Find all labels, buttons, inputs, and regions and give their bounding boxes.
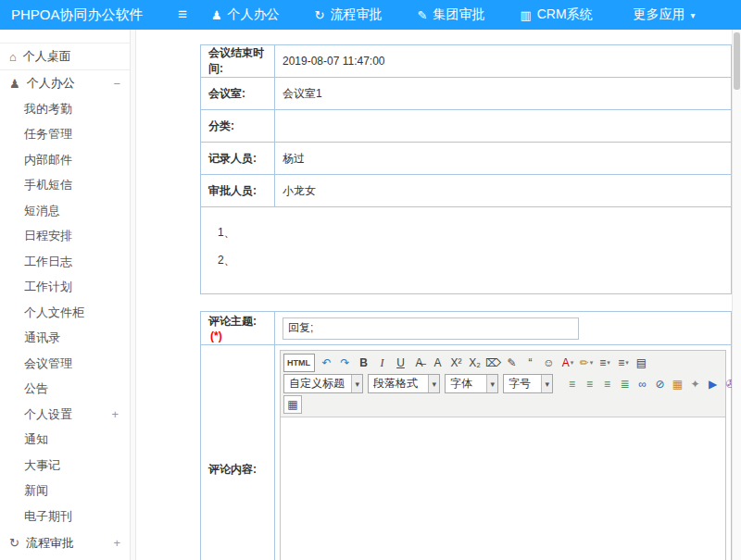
meeting-detail-table: 会议结束时间: 2019-08-07 11:47:00 会议室: 会议室1 分类… xyxy=(200,44,732,294)
sidebar-item[interactable]: 通知 xyxy=(0,428,130,454)
link-icon[interactable]: ∞ xyxy=(634,375,651,393)
sidebar-item[interactable]: 个人设置 + xyxy=(0,402,130,428)
flash-icon[interactable]: ✦ xyxy=(686,375,704,393)
align-justify-icon[interactable]: ≣ xyxy=(616,375,634,393)
field-label: 会议室: xyxy=(201,78,275,110)
heading-select[interactable]: 自定义标题▾ xyxy=(283,374,363,393)
font-family-select[interactable]: 字体▾ xyxy=(445,374,498,393)
meeting-content-cell: 1、 2、 xyxy=(201,207,732,294)
caret-down-icon: ▾ xyxy=(691,10,696,20)
sidebar-item-personal-office[interactable]: ♟ 个人办公 − xyxy=(0,70,130,96)
comment-subject-row: 评论主题:(*) xyxy=(201,312,732,345)
sidebar-item[interactable]: 工作日志 xyxy=(0,249,130,275)
sidebar-item[interactable]: 公告 xyxy=(0,377,130,403)
unordered-list-icon[interactable]: ≡▾ xyxy=(614,354,633,372)
caret-down-icon: ▾ xyxy=(351,375,362,392)
sidebar-item[interactable]: 短消息 xyxy=(0,198,130,224)
paragraph-format-select[interactable]: 段落格式▾ xyxy=(368,374,440,393)
sidebar-item-workflow-approval[interactable]: ↻ 流程审批 + xyxy=(0,529,130,557)
font-style-icon[interactable]: A xyxy=(429,354,447,372)
required-mark: (*) xyxy=(210,330,222,342)
comment-form: 评论主题:(*) 评论内容: xyxy=(200,311,732,560)
sidebar-item[interactable]: 大事记 xyxy=(0,453,130,479)
sidebar-item[interactable]: 会议管理 xyxy=(0,351,130,377)
sidebar-item[interactable]: 我的考勤 xyxy=(0,96,130,122)
html-source-button[interactable]: HTML xyxy=(283,354,315,372)
sidebar-divider xyxy=(130,30,136,560)
ordered-list-icon[interactable]: ≡▾ xyxy=(596,354,614,372)
highlight-color-icon[interactable]: ✏▾ xyxy=(577,354,596,372)
comment-content-label: 评论内容: xyxy=(201,345,275,560)
redo-icon[interactable]: ↷ xyxy=(336,354,355,372)
rich-text-editor: HTML ↶ ↷ xyxy=(280,350,726,560)
collapse-toggle[interactable]: − xyxy=(113,77,120,91)
comment-subject-label: 评论主题:(*) xyxy=(201,312,275,345)
align-left-icon[interactable]: ≡ xyxy=(563,375,581,393)
sidebar-item[interactable]: 日程安排 xyxy=(0,224,130,250)
topbar-nav-item[interactable]: ↻ 流程审批 xyxy=(315,6,388,23)
image-icon[interactable]: ▦ xyxy=(669,375,686,393)
editor-toolbar: HTML ↶ ↷ xyxy=(281,351,725,417)
form-row: 分类: xyxy=(201,110,732,143)
form-row: 会议结束时间: 2019-08-07 11:47:00 xyxy=(201,45,732,78)
sidebar-menu: 我的考勤 任务管理 内部邮件 手机短信 xyxy=(0,96,130,529)
editor-toolbar-row2: 自定义标题▾ 段落格式▾ 字体▾ xyxy=(283,373,722,394)
vertical-scrollbar[interactable] xyxy=(732,30,741,560)
content-line: 2、 xyxy=(208,246,723,274)
topbar-nav-item[interactable]: ♟ 个人办公 xyxy=(211,6,285,23)
topbar-nav: ♟ 个人办公 ↻ 流程审批 ✎ 集团审批 ▥ CRM系统 xyxy=(211,6,725,23)
caret-down-icon: ▾ xyxy=(428,375,439,392)
form-row: 记录人员: 杨过 xyxy=(201,143,732,175)
sidebar-item[interactable]: 内部邮件 xyxy=(0,147,130,173)
field-label: 审批人员: xyxy=(201,175,275,207)
edit-icon: ✎ xyxy=(417,8,427,22)
sidebar-item-desktop[interactable]: ⌂ 个人桌面 xyxy=(0,43,130,70)
sidebar-item[interactable]: 个人文件柜 xyxy=(0,300,130,326)
person-icon: ♟ xyxy=(211,8,222,22)
undo-icon[interactable]: ↶ xyxy=(318,354,336,372)
align-right-icon[interactable]: ≡ xyxy=(598,375,616,393)
main-content: 会议结束时间: 2019-08-07 11:47:00 会议室: 会议室1 分类… xyxy=(136,30,741,560)
sidebar-item[interactable]: 新闻 xyxy=(0,479,130,504)
underline-icon[interactable]: U xyxy=(392,354,410,372)
topbar-nav-item[interactable]: ▥ CRM系统 xyxy=(520,6,597,23)
topbar-nav-item[interactable]: 更多应用 ▾ xyxy=(628,6,696,23)
editor-toolbar-row1: HTML ↶ ↷ xyxy=(283,353,722,373)
field-value: 杨过 xyxy=(275,143,732,175)
bold-icon[interactable]: B xyxy=(355,354,373,372)
subscript-icon[interactable]: X₂ xyxy=(466,354,484,372)
sidebar-item[interactable]: 通讯录 xyxy=(0,326,130,352)
strikethrough-icon[interactable]: A̶ xyxy=(410,354,429,372)
format-painter-icon[interactable]: ✎ xyxy=(503,354,521,372)
sidebar: ⌂ 个人桌面 ♟ 个人办公 − 我的考勤 任务管理 内部邮件 xyxy=(0,30,130,560)
comment-subject-input[interactable] xyxy=(283,317,579,340)
scrollbar-thumb[interactable] xyxy=(734,32,740,90)
unlink-icon[interactable]: ⊘ xyxy=(651,375,669,393)
sidebar-item[interactable]: 手机短信 xyxy=(0,173,130,199)
remove-format-icon[interactable]: ⌦ xyxy=(484,354,503,372)
sidebar-item[interactable]: 工作计划 xyxy=(0,275,130,301)
flow-icon: ↻ xyxy=(315,8,325,22)
editor-content-area[interactable] xyxy=(281,417,725,560)
new-document-icon[interactable]: ▤ xyxy=(633,354,651,372)
editor-toolbar-row3: ▦ xyxy=(283,394,722,415)
topbar-nav-item[interactable]: ✎ 集团审批 xyxy=(417,6,490,23)
caret-down-icon: ▾ xyxy=(541,375,552,392)
hamburger-menu-icon[interactable]: ≡ xyxy=(178,6,187,24)
table-icon[interactable]: ▦ xyxy=(283,395,302,414)
blockquote-icon[interactable]: “ xyxy=(521,354,540,372)
sidebar-item[interactable]: 电子期刊 xyxy=(0,504,130,529)
comment-content-row: 评论内容: HTML xyxy=(201,345,732,560)
font-size-select[interactable]: 字号▾ xyxy=(503,374,553,393)
emoticon-icon[interactable]: ☺ xyxy=(540,354,559,372)
form-row: 审批人员: 小龙女 xyxy=(201,175,732,207)
superscript-icon[interactable]: X² xyxy=(447,354,466,372)
italic-icon[interactable]: I xyxy=(373,354,392,372)
media-icon[interactable]: ▶ xyxy=(704,375,722,393)
align-center-icon[interactable]: ≡ xyxy=(581,375,598,393)
font-color-icon[interactable]: A▾ xyxy=(559,354,577,372)
sidebar-item[interactable]: 任务管理 xyxy=(0,122,130,148)
expand-toggle[interactable]: + xyxy=(113,536,120,550)
expand-toggle[interactable]: + xyxy=(111,407,119,421)
field-value xyxy=(275,110,732,143)
